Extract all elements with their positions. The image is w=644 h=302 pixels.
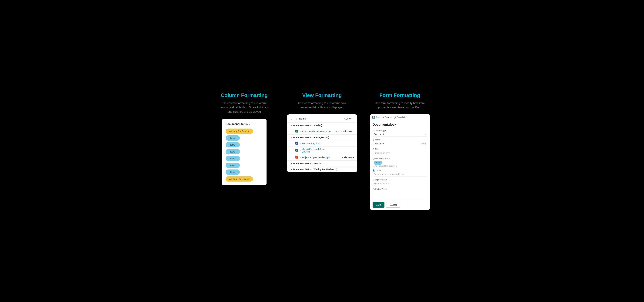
chevron-down-icon: ⌄ <box>248 123 250 125</box>
title-placeholder[interactable]: Enter value here <box>372 151 427 155</box>
status-badge: New <box>374 161 382 164</box>
save-button[interactable]: Save <box>372 202 384 208</box>
project-phase-value: — <box>372 191 427 195</box>
view-formatting-section: View Formatting Use view formatting to c… <box>287 92 357 172</box>
view-group-inprogress: ⌄ Document Status : In Progress (3) W ↗ … <box>287 134 357 160</box>
list-item: Waiting For Review <box>226 176 263 182</box>
file-outline-icon: ◻ <box>372 139 374 141</box>
column-card-header-label: Document Status <box>226 122 248 126</box>
view-group-final: ⌄ Document Status : Final (1) X ↗ X1050 … <box>287 122 357 134</box>
name-value[interactable]: Document .docx <box>372 142 427 146</box>
title-label: ☰ Title <box>372 148 427 150</box>
excel-icon: X <box>296 130 298 133</box>
list-item: New <box>226 170 263 175</box>
table-row[interactable]: X ↗ Mark 8 Parts and Spec List.xlsx <box>287 146 357 154</box>
name-label: ◻ Name * <box>372 139 427 141</box>
list-item: New <box>226 149 263 154</box>
status-badge-new-5: New <box>226 163 240 168</box>
file-name-xlsx-1: ↗ X1050 Product Roadmap.xlsx <box>300 130 332 133</box>
content-type-label: ☷ Content Type <box>372 129 427 132</box>
status-badge-new-6: New <box>226 170 240 175</box>
group-label-waiting: Document Status : Waiting For Review (2) <box>293 168 337 170</box>
collapsed-chevron-icon: ❯ <box>290 162 292 164</box>
phase-circle-icon: ◯ <box>372 188 374 190</box>
owner-placeholder[interactable]: Enter a name or email address <box>372 172 427 176</box>
svg-text:X: X <box>296 149 297 151</box>
link-icon: 🔗 <box>394 116 396 118</box>
file-name-pptx: ↗ Project Scope Overview.pptx <box>300 156 332 159</box>
status-badge-new-4: New <box>226 156 240 161</box>
form-formatting-title: Form Formatting <box>380 92 420 98</box>
list-item: New <box>226 163 263 168</box>
form-card-footer: Save Cancel <box>370 200 430 210</box>
file-name-docx-faq: ↗ Mark 8 - FAQ.docx <box>300 142 332 145</box>
view-group-new-collapsed[interactable]: ❯ Document Status : New (8) <box>287 160 357 166</box>
signoff-grid-icon: ☷ <box>372 179 374 181</box>
form-copylink-toolbar-btn[interactable]: 🔗 Copy link <box>394 116 406 118</box>
group-label-final: Document Status : Final (1) <box>293 124 322 127</box>
collapsed-chevron-icon-2: ❯ <box>290 168 292 170</box>
form-toolbar: 💾 Save ✕ Cancel 🔗 Copy link <box>370 114 430 120</box>
word-icon: W <box>296 142 298 145</box>
form-field-name: ◻ Name * Document .docx <box>372 139 427 146</box>
excel-icon-2: X <box>296 149 298 152</box>
view-col-owner-label: Owner ⌄ <box>344 117 354 120</box>
view-formatting-card: ⌄ ◻ Name ⌄ Owner ⌄ ⌄ Document Status : F… <box>287 114 357 172</box>
form-cancel-toolbar-btn[interactable]: ✕ Cancel <box>382 116 391 118</box>
status-circle-icon: ◯ <box>372 158 374 160</box>
file-icon: ◻ <box>294 117 297 120</box>
signoff-placeholder[interactable]: Enter value here <box>372 182 427 186</box>
form-field-doc-status: ◯ Document Status New The status of this… <box>372 158 427 167</box>
chevron-down-icon: ⌄ <box>352 118 354 120</box>
expand-icon: ⌄ <box>290 136 292 138</box>
list-item: New <box>226 156 263 161</box>
view-formatting-title: View Formatting <box>302 92 342 98</box>
form-field-owner: 👤 Owner Enter a name or email address <box>372 169 427 176</box>
chevron-down-icon: ⌄ <box>306 118 308 120</box>
view-group-inprogress-header[interactable]: ⌄ Document Status : In Progress (3) <box>287 134 357 140</box>
status-badge-new-3: New <box>226 149 240 154</box>
status-list: Waiting For Review New New New New New <box>226 128 263 182</box>
svg-text:X: X <box>296 130 297 132</box>
status-badge-new-2: New <box>226 142 240 148</box>
form-field-signoff: ☷ Sign-off status Enter value here <box>372 179 427 186</box>
page-container: Column Formatting Use column formatting … <box>211 92 433 210</box>
view-group-final-header[interactable]: ⌄ Document Status : Final (1) <box>287 122 357 128</box>
form-formatting-section: Form Formatting Use form formatting to m… <box>366 92 433 210</box>
table-row[interactable]: X ↗ X1050 Product Roadmap.xlsx MOD Admin… <box>287 128 357 134</box>
status-badge-new-1: New <box>226 135 240 140</box>
list-item: New <box>226 142 263 148</box>
table-row[interactable]: W ↗ Mark 8 - FAQ.docx <box>287 140 357 146</box>
list-item: New <box>226 135 263 140</box>
svg-text:P: P <box>296 156 297 158</box>
file-name-xlsx-parts: ↗ Mark 8 Parts and Spec List.xlsx <box>300 148 332 153</box>
column-formatting-desc: Use column formatting to customize how i… <box>219 101 270 114</box>
view-col-name-label: Name ⌄ <box>299 117 308 120</box>
collapse-icon: ⌄ <box>290 117 292 120</box>
dropdown-icon: ⌄ <box>424 133 426 135</box>
form-formatting-desc: Use form formatting to modify how item p… <box>374 101 425 110</box>
view-group-waiting-collapsed[interactable]: ❯ Document Status : Waiting For Review (… <box>287 166 357 172</box>
form-field-project-phase: ◯ Project Phase — <box>372 188 427 195</box>
group-label-inprogress: Document Status : In Progress (3) <box>293 136 329 139</box>
form-formatting-card: 💾 Save ✕ Cancel 🔗 Copy link Document.doc… <box>370 114 430 210</box>
svg-text:W: W <box>296 142 298 144</box>
cancel-button[interactable]: Cancel <box>386 202 400 208</box>
column-formatting-section: Column Formatting Use column formatting … <box>211 92 278 185</box>
text-icon: ☰ <box>372 148 374 150</box>
status-badge-waiting-1: Waiting For Review <box>226 128 253 134</box>
form-save-toolbar-btn[interactable]: 💾 Save <box>372 116 380 118</box>
table-row[interactable]: P ↗ Project Scope Overview.pptx Adele Va… <box>287 154 357 160</box>
content-type-value[interactable]: Document ⌄ <box>372 132 427 136</box>
close-icon: ✕ <box>382 116 384 118</box>
form-doc-title: Document.docx <box>372 123 427 126</box>
owner-label: 👤 Owner <box>372 169 427 172</box>
list-item: Waiting For Review <box>226 128 263 134</box>
person-icon: 👤 <box>372 169 375 172</box>
view-formatting-desc: Use view formatting to customize how an … <box>297 101 348 110</box>
status-badge-waiting-2: Waiting For Review <box>226 176 253 182</box>
owner-adele-vance: Adele Vance <box>333 156 354 159</box>
view-card-header: ⌄ ◻ Name ⌄ Owner ⌄ <box>287 114 357 122</box>
expand-icon: ⌄ <box>290 124 292 126</box>
column-formatting-title: Column Formatting <box>221 92 268 98</box>
